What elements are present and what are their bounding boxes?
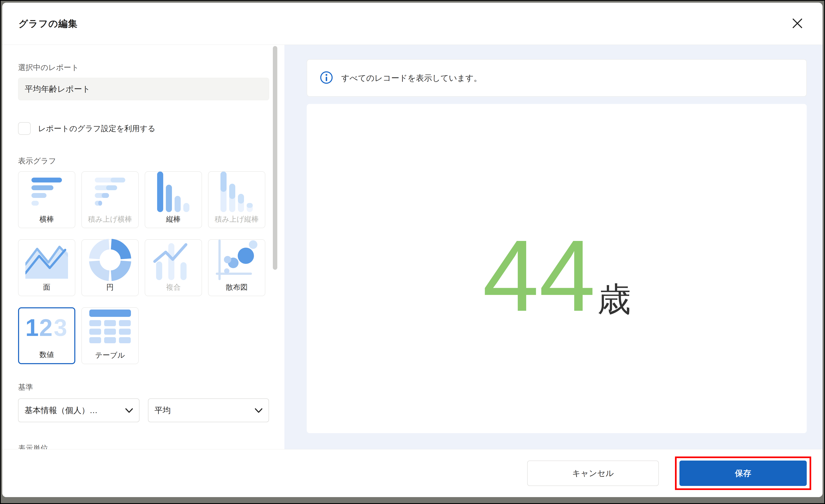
basis-field-value: 基本情報（個人）… [24,405,98,416]
settings-scrollbar[interactable] [273,46,277,270]
use-report-settings-row: レポートのグラフ設定を利用する [18,122,284,135]
basis-field-dropdown[interactable]: 基本情報（個人）… [18,399,140,422]
info-banner: すべてのレコードを表示しています。 [307,59,807,97]
basis-aggregation-dropdown[interactable]: 平均 [148,399,269,422]
display-unit-label: 表示単位 [18,443,284,449]
chevron-down-icon [125,406,133,415]
number-123-icon: 1 2 3 [19,308,74,347]
info-message: すべてのレコードを表示しています。 [341,72,482,84]
chevron-down-icon [255,406,262,415]
stacked-horizontal-bar-chart-icon [82,172,138,212]
preview-panel: すべてのレコードを表示しています。 44 歳 [284,45,823,449]
tile-label: 数値 [40,351,54,359]
tile-label: 積み上げ横棒 [88,215,132,223]
tile-table[interactable]: テーブル [81,307,139,364]
pie-chart-icon [82,240,138,280]
dialog-body: 選択中のレポート 平均年齢レポート レポートのグラフ設定を利用する 表示グラフ [2,45,823,449]
tile-label: 積み上げ縦棒 [215,215,259,223]
info-icon [320,71,333,85]
use-report-settings-label: レポートのグラフ設定を利用する [38,124,155,134]
save-button[interactable]: 保存 [679,460,807,486]
vertical-bar-chart-icon [145,172,202,212]
chart-preview-card: 44 歳 [307,104,807,433]
basis-controls: 基本情報（個人）… 平均 [18,399,284,422]
stacked-vertical-bar-chart-icon [209,172,265,212]
dialog-header: グラフの編集 [2,3,823,45]
horizontal-bar-chart-icon [18,172,75,212]
number-value: 44 [482,225,595,327]
table-chart-icon [82,308,138,348]
edit-chart-dialog: グラフの編集 選択中のレポート 平均年齢レポート レポートのグラフ設定を利用する [2,3,823,497]
selected-report-field: 平均年齢レポート [18,78,269,100]
close-button[interactable] [790,16,805,31]
use-report-settings-checkbox[interactable] [18,122,31,135]
screenshot-frame: グラフの編集 選択中のレポート 平均年齢レポート レポートのグラフ設定を利用する [0,0,825,504]
combo-chart-icon [145,240,202,280]
tile-scatter[interactable]: 散布図 [208,239,265,296]
tile-label: 縦棒 [166,215,181,223]
tile-label: 円 [106,283,114,291]
save-highlight-annotation: 保存 [675,456,811,490]
svg-text:1: 1 [25,316,39,340]
dialog-footer: キャンセル 保存 [2,449,823,497]
tile-pie[interactable]: 円 [81,239,139,296]
page-title: グラフの編集 [18,17,78,30]
tile-combo: 複合 [145,239,202,296]
scatter-chart-icon [209,240,265,280]
basis-aggregation-value: 平均 [154,405,171,416]
basis-section-label: 基準 [18,382,284,392]
tile-stacked-horizontal-bar: 積み上げ横棒 [81,171,139,228]
tile-label: 面 [43,283,50,291]
chart-type-section-label: 表示グラフ [18,156,284,166]
chart-type-grid: 横棒 [18,171,265,364]
tile-number[interactable]: 1 2 3 数値 [18,307,75,364]
cancel-button[interactable]: キャンセル [527,460,659,486]
number-unit: 歳 [597,277,631,322]
number-chart-preview: 44 歳 [482,211,631,327]
close-icon [792,18,803,29]
settings-panel: 選択中のレポート 平均年齢レポート レポートのグラフ設定を利用する 表示グラフ [2,45,284,449]
svg-text:2: 2 [39,316,53,340]
tile-label: 複合 [166,283,181,291]
selected-report-label: 選択中のレポート [18,63,284,72]
tile-label: テーブル [95,351,125,359]
area-chart-icon [18,240,75,280]
tile-vertical-bar[interactable]: 縦棒 [145,171,202,228]
tile-stacked-vertical-bar: 積み上げ縦棒 [208,171,265,228]
tile-label: 散布図 [226,283,248,291]
tile-horizontal-bar[interactable]: 横棒 [18,171,75,228]
svg-text:3: 3 [54,316,67,340]
tile-area[interactable]: 面 [18,239,75,296]
tile-label: 横棒 [40,215,54,223]
